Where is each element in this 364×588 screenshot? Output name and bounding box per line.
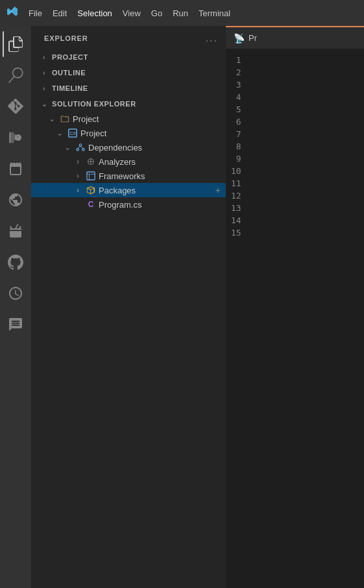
project-icon: C# — [67, 128, 78, 138]
chevron-down-icon: ⌄ — [55, 128, 65, 138]
section-timeline[interactable]: › TIMELINE — [31, 80, 226, 96]
explorer-header: EXPLORER ... — [31, 26, 226, 49]
menu-bar: File Edit Selection View Go Run Terminal — [29, 8, 230, 18]
svg-line-6 — [80, 146, 83, 149]
line-number: 13 — [231, 202, 241, 214]
line-number: 5 — [231, 103, 241, 116]
line-number: 9 — [231, 153, 241, 165]
tab-label: Pr — [249, 33, 257, 43]
rss-icon: 📡 — [234, 33, 245, 43]
tree-item-label: Analyzers — [99, 157, 136, 167]
tree-item-packages[interactable]: › Packages + — [31, 183, 226, 197]
folder-icon — [60, 114, 70, 124]
svg-point-3 — [77, 149, 79, 151]
section-outline-label: OUTLINE — [52, 69, 86, 77]
tree-item-analyzers[interactable]: › Analyzers — [31, 154, 226, 169]
tree-item-label: Frameworks — [99, 171, 145, 181]
section-outline[interactable]: › OUTLINE — [31, 65, 226, 80]
menu-edit[interactable]: Edit — [53, 8, 67, 18]
tree-item-dependencies[interactable]: ⌄ Dependencies — [31, 140, 226, 154]
chevron-right-icon: › — [73, 171, 83, 181]
spacer-icon — [73, 199, 83, 210]
svg-point-4 — [82, 149, 85, 151]
svg-line-5 — [78, 146, 80, 149]
editor-tab[interactable]: 📡 Pr — [226, 26, 364, 49]
line-number: 4 — [231, 91, 241, 103]
line-number: 3 — [231, 79, 241, 91]
tree-item-project-node[interactable]: ⌄ C# Project — [31, 126, 226, 140]
editor-content[interactable] — [252, 49, 364, 588]
activity-bar — [0, 26, 31, 588]
line-number: 1 — [231, 54, 241, 66]
menu-terminal[interactable]: Terminal — [199, 8, 230, 18]
menu-go[interactable]: Go — [151, 8, 162, 18]
section-solution-explorer-label: SOLUTION EXPLORER — [52, 100, 136, 108]
csharp-file-icon: C — [86, 199, 96, 210]
line-number: 8 — [231, 140, 241, 153]
activity-remote[interactable] — [3, 187, 29, 213]
activity-extensions[interactable] — [3, 156, 29, 182]
tree-item-solution-project[interactable]: ⌄ Project — [31, 112, 226, 126]
section-project[interactable]: › PROJECT — [31, 49, 226, 65]
chevron-down-icon: ⌄ — [62, 142, 73, 153]
tree-item-label: Dependencies — [88, 143, 142, 153]
explorer-more-button[interactable]: ... — [206, 32, 218, 44]
line-number: 15 — [231, 227, 241, 239]
section-project-label: PROJECT — [52, 53, 88, 61]
chevron-right-icon: › — [73, 156, 83, 167]
section-solution-explorer[interactable]: ⌄ SOLUTION EXPLORER — [31, 96, 226, 112]
framework-icon — [86, 171, 96, 181]
tree-item-label: Program.cs — [99, 200, 141, 210]
chevron-down-icon: ⌄ — [47, 114, 57, 124]
line-number: 10 — [231, 165, 241, 177]
menu-view[interactable]: View — [123, 8, 141, 18]
dependencies-icon — [75, 142, 86, 153]
tree-item-program-cs[interactable]: C Program.cs — [31, 197, 226, 212]
tree-item-label: Project — [80, 129, 106, 138]
line-number: 11 — [231, 177, 241, 190]
line-numbers: 1 2 3 4 5 6 7 8 9 10 11 12 13 14 15 — [226, 49, 252, 588]
titlebar: File Edit Selection View Go Run Terminal — [0, 0, 364, 26]
vscode-logo-icon — [6, 6, 18, 21]
svg-point-12 — [90, 160, 92, 163]
editor-area: 📡 Pr 1 2 3 4 5 6 7 8 9 10 11 12 13 14 15 — [226, 26, 364, 588]
activity-chat[interactable] — [3, 312, 29, 337]
tree-item-label: Project — [73, 114, 99, 124]
menu-selection[interactable]: Selection — [77, 8, 112, 18]
activity-timeline[interactable] — [3, 280, 29, 306]
activity-git[interactable] — [3, 93, 29, 119]
chevron-right-icon: › — [73, 185, 83, 195]
activity-github[interactable] — [3, 249, 29, 275]
main-layout: EXPLORER ... › PROJECT › OUTLINE › TIMEL… — [0, 26, 364, 588]
line-number: 12 — [231, 190, 241, 202]
svg-text:C#: C# — [70, 131, 76, 136]
package-icon — [86, 185, 96, 195]
solution-explorer-tree: ⌄ Project ⌄ C# Project — [31, 112, 226, 588]
chevron-right-icon: › — [39, 83, 49, 93]
sidebar: EXPLORER ... › PROJECT › OUTLINE › TIMEL… — [31, 26, 226, 588]
tree-item-frameworks[interactable]: › Frameworks — [31, 169, 226, 183]
line-number: 2 — [231, 66, 241, 79]
tree-item-label: Packages — [99, 186, 136, 195]
line-number: 7 — [231, 128, 241, 140]
analyzer-icon — [86, 156, 96, 167]
menu-run[interactable]: Run — [173, 8, 188, 18]
activity-test[interactable] — [3, 218, 29, 244]
chevron-right-icon: › — [39, 67, 49, 78]
svg-rect-13 — [87, 172, 95, 180]
menu-file[interactable]: File — [29, 8, 42, 18]
activity-search[interactable] — [3, 62, 29, 88]
line-number: 6 — [231, 116, 241, 128]
explorer-title: EXPLORER — [44, 34, 88, 42]
section-timeline-label: TIMELINE — [52, 84, 88, 92]
add-package-button[interactable]: + — [213, 185, 223, 195]
chevron-right-icon: › — [39, 52, 49, 62]
activity-run-debug[interactable] — [3, 125, 29, 151]
line-number: 14 — [231, 214, 241, 227]
svg-point-2 — [79, 144, 82, 147]
chevron-down-icon: ⌄ — [39, 99, 49, 109]
activity-explorer[interactable] — [3, 31, 29, 57]
